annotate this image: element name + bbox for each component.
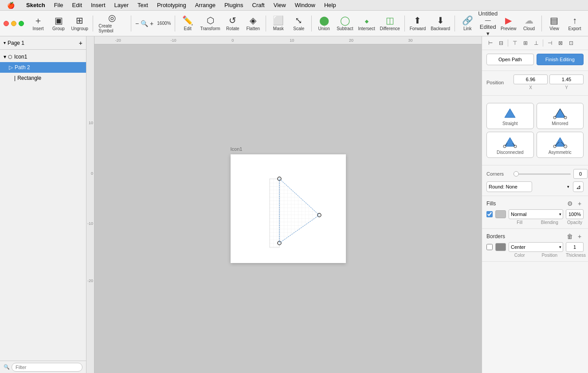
difference-button[interactable]: ◫ Difference (378, 12, 402, 35)
fill-checkbox[interactable] (486, 211, 493, 217)
fill-opacity-input[interactable] (566, 209, 584, 219)
link-icon: 🔗 (462, 16, 473, 25)
fill-blending-select[interactable]: Normal Multiply (509, 209, 563, 219)
subtract-button[interactable]: ◯ Subtract (335, 12, 355, 35)
borders-delete-btn[interactable]: 🗑 (566, 232, 574, 240)
create-symbol-button[interactable]: ◎ Create Symbol (96, 12, 128, 35)
fill-row: Normal Multiply ▾ (486, 209, 584, 219)
menu-insert[interactable]: Insert (87, 1, 109, 9)
ungroup-button[interactable]: ⊞ Ungroup (69, 12, 90, 35)
forward-button[interactable]: ⬆ Forward (408, 12, 428, 35)
finish-editing-button[interactable]: Finish Editing (537, 54, 584, 65)
backward-button[interactable]: ⬇ Backward (429, 12, 452, 35)
menu-sketch[interactable]: Sketch (23, 1, 49, 9)
group-button[interactable]: ▣ Group (49, 12, 68, 35)
insert-button[interactable]: ＋ Insert (28, 12, 48, 35)
corners-slider[interactable] (514, 173, 571, 175)
menu-file[interactable]: File (51, 1, 67, 9)
align-left-btn[interactable]: ⊢ (486, 38, 495, 48)
y-field-wrap: Y (549, 75, 584, 90)
zoom-icon: 🔍 (141, 20, 148, 27)
align-middle-btn[interactable]: ⊞ (521, 38, 530, 48)
corners-row: Corners (486, 169, 584, 179)
corners-value[interactable] (573, 169, 588, 179)
transform-button[interactable]: ⬡ Transform (198, 12, 222, 35)
border-color-swatch[interactable] (495, 243, 506, 251)
border-position-select[interactable]: Center Inside Outside (509, 242, 563, 252)
align-dist-h-btn[interactable]: ⊠ (556, 38, 565, 48)
align-top-btn[interactable]: ⊤ (510, 38, 520, 48)
layer-item-icon1[interactable]: ▾ ⬡ Icon1 (0, 51, 86, 62)
export-button[interactable]: ↑ Export (565, 12, 584, 35)
menu-edit[interactable]: Edit (69, 1, 86, 9)
menu-arrange[interactable]: Arrange (192, 1, 219, 9)
view-button[interactable]: ▤ View (545, 12, 564, 35)
point-type-straight[interactable]: Straight (486, 103, 534, 129)
rotate-button[interactable]: ↺ Rotate (223, 12, 243, 35)
align-bottom-btn[interactable]: ⊥ (531, 38, 541, 48)
round-select[interactable]: Round: None Round: Smooth (486, 181, 532, 192)
fill-color-swatch[interactable] (495, 210, 506, 218)
menu-prototyping[interactable]: Prototyping (153, 1, 190, 9)
preview-button[interactable]: ▶ Preview (498, 12, 518, 35)
maximize-button[interactable] (19, 21, 24, 26)
scale-button[interactable]: ⤡ Scale (289, 12, 309, 35)
border-checkbox[interactable] (486, 244, 493, 250)
menu-craft[interactable]: Craft (249, 1, 268, 9)
main-area: ▾ Page 1 + ▾ ⬡ Icon1 ▷ Path 2 | Rectangl… (0, 36, 588, 373)
add-page-icon[interactable]: + (79, 39, 82, 47)
link-button[interactable]: 🔗 Link (458, 12, 477, 35)
union-button[interactable]: ⬤ Union (314, 12, 334, 35)
filter-input[interactable] (12, 363, 82, 372)
layer-rect-label: Rectangle (17, 75, 41, 81)
apple-menu[interactable]: 🍎 (4, 1, 18, 10)
layer-item-path2[interactable]: ▷ Path 2 (0, 62, 86, 73)
align-right-btn[interactable]: ⊣ (545, 38, 555, 48)
minimize-button[interactable] (11, 21, 16, 26)
fill-sub-labels: Fill Blending Opacity (486, 220, 584, 225)
x-input[interactable] (514, 75, 548, 84)
mask-button[interactable]: ⬜ Mask (269, 12, 288, 35)
ruler-v-label-0: 0 (91, 171, 93, 176)
union-icon: ⬤ (319, 16, 329, 25)
fills-add-btn[interactable]: + (576, 200, 584, 208)
layer-item-rectangle[interactable]: | Rectangle (0, 73, 86, 83)
align-center-h-btn[interactable]: ⊟ (496, 38, 506, 48)
close-button[interactable] (4, 21, 9, 26)
toolbar: ＋ Insert ▣ Group ⊞ Ungroup ◎ Create Symb… (0, 11, 588, 36)
path-svg (231, 154, 346, 263)
zoom-button[interactable]: − 🔍 + 1600% (134, 12, 172, 35)
y-input[interactable] (549, 75, 584, 84)
flatten-button[interactable]: ◈ Flatten (243, 12, 263, 35)
menu-text[interactable]: Text (134, 1, 152, 9)
sep3 (175, 16, 175, 31)
corner-style-btn[interactable]: ⊿ (573, 181, 584, 192)
cloud-button[interactable]: ☁ Cloud (519, 12, 539, 35)
point-type-mirrored[interactable]: Mirrored (537, 103, 584, 129)
menu-window[interactable]: Window (291, 1, 319, 9)
cloud-icon: ☁ (525, 16, 533, 25)
canvas-area[interactable]: -20 -10 0 10 20 30 10 0 -10 -20 Icon1 (86, 36, 482, 373)
intersect-icon: ⬥ (364, 16, 369, 25)
point-type-disconnected[interactable]: Disconnected (486, 132, 534, 158)
ruler-label-neg10: -10 (171, 38, 176, 43)
intersect-button[interactable]: ⬥ Intersect (356, 12, 377, 35)
edit-button[interactable]: ✏️ Edit (178, 12, 197, 35)
ruler-label-neg20: -20 (115, 38, 121, 43)
fills-settings-btn[interactable]: ⚙ (566, 200, 574, 208)
artboard-label: Icon1 (231, 146, 243, 152)
menu-view[interactable]: View (270, 1, 290, 9)
border-thickness-input[interactable] (566, 242, 584, 252)
menu-plugins[interactable]: Plugins (221, 1, 247, 9)
app-title: Untitled — Edited (478, 10, 498, 30)
artboard[interactable] (231, 154, 346, 263)
sidebar: ▾ Page 1 + ▾ ⬡ Icon1 ▷ Path 2 | Rectangl… (0, 36, 86, 373)
point-type-asymmetric[interactable]: Asymmetric (537, 132, 584, 158)
page-label[interactable]: Page 1 (8, 40, 24, 46)
align-dist-v-btn[interactable]: ⊡ (566, 38, 576, 48)
x-field-wrap: X (514, 75, 548, 90)
menu-layer[interactable]: Layer (111, 1, 133, 9)
menu-help[interactable]: Help (321, 1, 340, 9)
borders-add-btn[interactable]: + (576, 232, 584, 240)
open-path-button[interactable]: Open Path (486, 54, 534, 65)
